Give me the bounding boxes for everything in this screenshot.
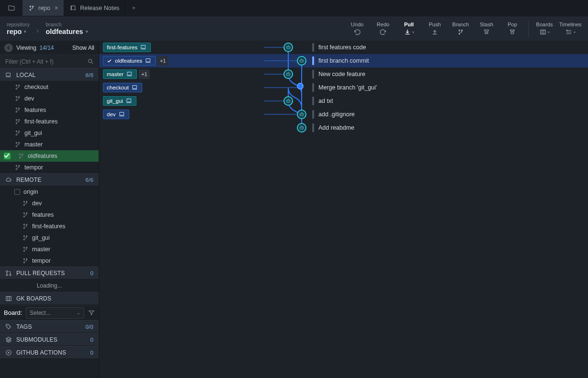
- commit-row[interactable]: Add reabdme: [99, 121, 588, 134]
- section-local[interactable]: LOCAL 8/8: [0, 68, 99, 81]
- boards-icon: [5, 295, 12, 302]
- commit-bar: [312, 56, 314, 65]
- branch-icon: [18, 153, 24, 159]
- local-branch-git_gui[interactable]: git_gui: [0, 127, 99, 139]
- filter-input[interactable]: [4, 58, 88, 66]
- close-icon[interactable]: ×: [55, 5, 58, 11]
- commit-node[interactable]: [283, 96, 293, 106]
- local-branch-dev[interactable]: dev: [0, 93, 99, 104]
- sidebar: Viewing 14/14 Show All LOCAL 8/8 checkou…: [0, 41, 99, 378]
- branch-icon: [14, 164, 21, 171]
- redo-button[interactable]: Redo: [370, 17, 396, 41]
- remote-branch-git_gui[interactable]: git_gui: [0, 232, 99, 244]
- chevron-down-icon: ⌄: [77, 311, 80, 315]
- pull-request-icon: [5, 270, 12, 277]
- search-icon[interactable]: [88, 58, 94, 65]
- local-branch-master[interactable]: master: [0, 139, 99, 150]
- branch-chip[interactable]: master: [103, 69, 137, 79]
- branch-chip[interactable]: git_gui: [103, 96, 136, 106]
- robot-icon: [285, 44, 291, 50]
- breadcrumb-branch-value[interactable]: oldfeatures▾: [45, 28, 88, 35]
- boards-button[interactable]: Boards▾: [531, 17, 557, 41]
- branch-name: oldfeatures: [28, 153, 57, 159]
- breadcrumb-repo-label: repository: [7, 22, 30, 27]
- branch-chip[interactable]: dev: [103, 110, 129, 119]
- branch-icon: [22, 234, 29, 241]
- section-submodules[interactable]: SUBMODULES 0: [0, 333, 99, 346]
- section-gk-boards[interactable]: GK BOARDS: [0, 292, 99, 305]
- commit-node[interactable]: [297, 123, 306, 133]
- branch-name: git_gui: [32, 234, 50, 241]
- viewing-label: Viewing 14/14: [16, 44, 54, 51]
- back-button[interactable]: [4, 44, 13, 52]
- branch-button[interactable]: Branch: [448, 17, 474, 41]
- branch-chip[interactable]: first-features: [103, 43, 151, 52]
- section-remote[interactable]: REMOTE 6/6: [0, 173, 99, 186]
- branch-icon: [14, 118, 21, 125]
- tab-repo[interactable]: repo ×: [23, 0, 64, 16]
- remote-origin[interactable]: origin: [0, 186, 99, 198]
- merge-node[interactable]: [297, 83, 304, 89]
- cloud-icon: [5, 177, 12, 183]
- push-button[interactable]: Push: [422, 17, 448, 41]
- commit-node[interactable]: [283, 43, 293, 52]
- branch-name: tempor: [32, 257, 51, 264]
- local-branch-first-features[interactable]: first-features: [0, 116, 99, 127]
- commit-row[interactable]: oldfeatures+1first branch commit: [99, 54, 588, 67]
- branch-icon: [14, 84, 21, 90]
- tag-icon: [5, 323, 12, 330]
- laptop-icon: [145, 57, 152, 64]
- branch-icon: [14, 107, 21, 113]
- branch-chip[interactable]: oldfeatures: [103, 56, 156, 66]
- branch-name: features: [32, 211, 54, 218]
- new-tab-button[interactable]: +: [125, 0, 142, 16]
- local-branch-oldfeatures[interactable]: oldfeatures: [0, 150, 99, 162]
- commit-row[interactable]: first-featuresfirst features code: [99, 41, 588, 54]
- toolbar-divider: [528, 20, 529, 37]
- remote-branch-first-features[interactable]: first-features: [0, 221, 99, 232]
- commit-bar: [312, 70, 314, 78]
- filter-icon[interactable]: [88, 309, 95, 316]
- folder-icon[interactable]: [0, 0, 23, 16]
- commit-message: ad txt: [318, 98, 333, 104]
- section-pull-requests[interactable]: PULL REQUESTS 0: [0, 267, 99, 279]
- timelines-button[interactable]: Timelines▾: [557, 17, 583, 41]
- board-select[interactable]: Select... ⌄: [26, 307, 84, 319]
- commit-bar: [312, 110, 314, 119]
- redo-icon: [380, 29, 386, 35]
- commit-node[interactable]: [283, 69, 293, 79]
- commit-row[interactable]: devadd .gitignore: [99, 108, 588, 121]
- local-branch-checkout[interactable]: checkout: [0, 81, 99, 93]
- checkbox-icon: [14, 189, 20, 195]
- undo-button[interactable]: Undo: [344, 17, 370, 41]
- remote-branch-master[interactable]: master: [0, 244, 99, 255]
- check-icon: [107, 58, 112, 64]
- pop-button[interactable]: Pop: [499, 17, 525, 41]
- remote-branch-dev[interactable]: dev: [0, 198, 99, 209]
- stash-icon: [483, 29, 490, 35]
- pull-button[interactable]: Pull▾: [396, 17, 422, 41]
- show-all-button[interactable]: Show All: [72, 44, 94, 51]
- timelines-icon: [565, 29, 572, 35]
- commit-row[interactable]: master+1New code feature: [99, 67, 588, 81]
- commit-message: New code feature: [318, 71, 365, 78]
- commit-row[interactable]: git_guiad txt: [99, 94, 588, 108]
- stash-button[interactable]: Stash: [474, 17, 499, 41]
- breadcrumb-repo-value[interactable]: repo▾: [7, 28, 30, 35]
- remote-branch-tempor[interactable]: tempor: [0, 255, 99, 267]
- branch-chip[interactable]: checkout: [103, 83, 142, 92]
- local-branch-tempor[interactable]: tempor: [0, 162, 99, 173]
- tab-release-notes[interactable]: Release Notes: [64, 0, 125, 16]
- commit-node[interactable]: [297, 110, 306, 119]
- commit-row[interactable]: checkoutMerge branch 'git_gui': [99, 81, 588, 94]
- section-tags[interactable]: TAGS 0/0: [0, 320, 99, 333]
- commit-message: Merge branch 'git_gui': [318, 84, 377, 91]
- section-github-actions[interactable]: GITHUB ACTIONS 0: [0, 346, 99, 359]
- commit-node[interactable]: [297, 56, 306, 66]
- branch-icon: [22, 211, 29, 218]
- remote-branch-features[interactable]: features: [0, 209, 99, 221]
- loading-indicator: Loading...: [0, 279, 99, 292]
- local-branch-features[interactable]: features: [0, 104, 99, 116]
- commit-graph[interactable]: first-featuresfirst features codeoldfeat…: [99, 41, 588, 378]
- ahead-count: +1: [158, 56, 169, 66]
